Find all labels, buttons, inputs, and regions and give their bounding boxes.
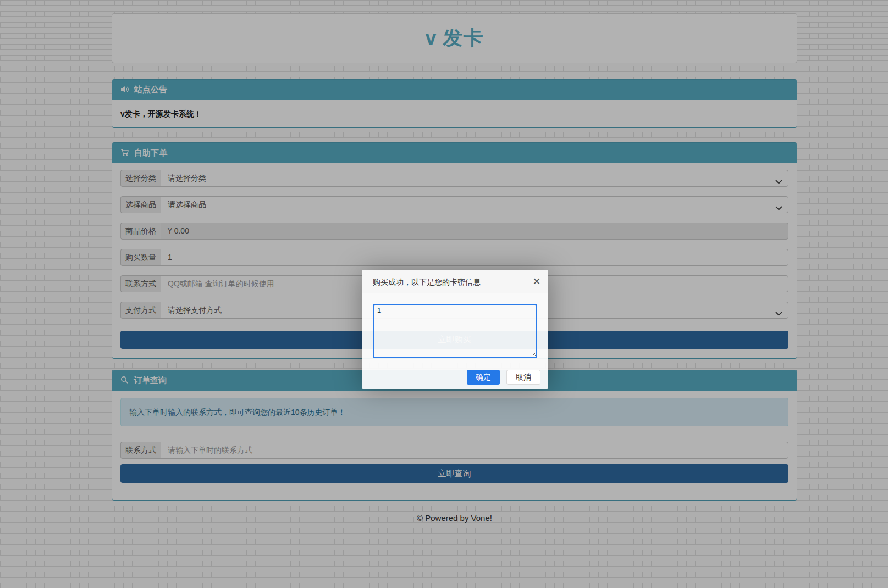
purchase-success-modal: 购买成功，以下是您的卡密信息 × 1 确定 取消: [362, 270, 548, 389]
close-icon[interactable]: ×: [533, 270, 540, 292]
card-info-textarea[interactable]: 1: [373, 304, 537, 358]
modal-title: 购买成功，以下是您的卡密信息: [373, 278, 481, 286]
cancel-button[interactable]: 取消: [506, 370, 540, 385]
confirm-button[interactable]: 确定: [467, 370, 500, 385]
modal-header: 购买成功，以下是您的卡密信息 ×: [362, 270, 548, 293]
